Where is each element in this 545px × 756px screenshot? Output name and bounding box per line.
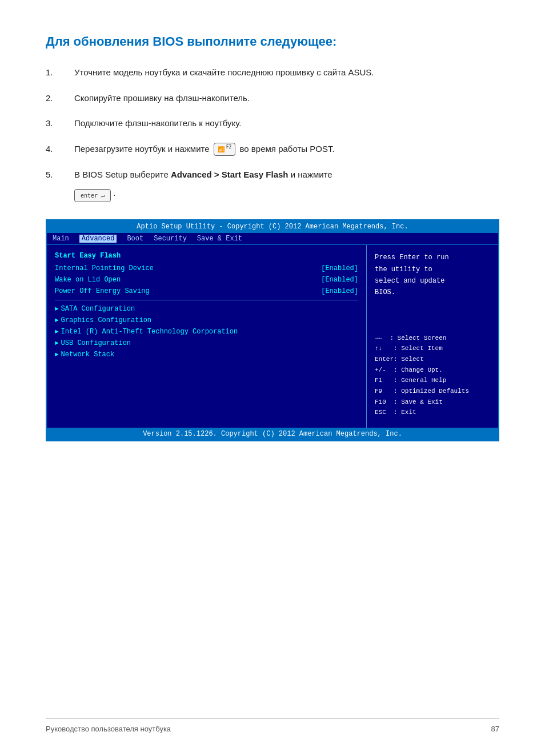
bios-left-panel: Start Easy Flash Internal Pointing Devic… xyxy=(47,245,367,428)
bios-footer: Version 2.15.1226. Copyright (C) 2012 Am… xyxy=(47,428,498,440)
bios-wake-lid-value: [Enabled] xyxy=(321,276,358,284)
bios-power-off-label: Power Off Energy Saving xyxy=(55,287,315,295)
page-content: Для обновления BIOS выполните следующее:… xyxy=(0,0,545,504)
bios-item-sata[interactable]: ► SATA Configuration xyxy=(55,305,358,313)
bios-intel-label: Intel (R) Anti-Theft Technology Corporat… xyxy=(61,328,358,336)
bios-body: Start Easy Flash Internal Pointing Devic… xyxy=(47,245,498,428)
step-2: 2. Скопируйте прошивку на флэш-накопител… xyxy=(46,92,499,105)
f2-key-badge: 📶 F2 xyxy=(214,143,236,155)
page-heading: Для обновления BIOS выполните следующее: xyxy=(46,34,499,49)
bios-wake-lid-label: Wake on Lid Open xyxy=(55,276,315,284)
enter-key-badge: enter ↵ xyxy=(74,189,111,202)
bios-separator-1 xyxy=(55,300,358,300)
step-5: 5. В BIOS Setup выберите Advanced > Star… xyxy=(46,168,499,203)
bios-keys: →← : Select Screen ↑↓ : Select Item Ente… xyxy=(375,333,490,419)
bios-arrow-intel: ► xyxy=(55,328,59,335)
step-1-text: Уточните модель ноутбука и скачайте посл… xyxy=(74,66,499,79)
steps-list: 1. Уточните модель ноутбука и скачайте п… xyxy=(46,66,499,202)
step-3: 3. Подключите флэш-накопитель к ноутбуку… xyxy=(46,117,499,130)
step-2-num: 2. xyxy=(46,92,74,105)
bios-key-esc: ESC : Exit xyxy=(375,407,490,418)
bios-item-intel-antitheft[interactable]: ► Intel (R) Anti-Theft Technology Corpor… xyxy=(55,328,358,336)
bios-key-f9: F9 : Optimized Defaults xyxy=(375,386,490,397)
step-4-num: 4. xyxy=(46,143,74,156)
bios-arrow-usb: ► xyxy=(55,340,59,347)
bios-item-wake-lid[interactable]: Wake on Lid Open [Enabled] xyxy=(55,276,358,284)
bios-pointing-device-label: Internal Pointing Device xyxy=(55,264,315,272)
wifi-icon: 📶 xyxy=(218,145,225,154)
bios-arrow-graphics: ► xyxy=(55,317,59,324)
bios-key-change: +/- : Change Opt. xyxy=(375,365,490,376)
bios-item-graphics[interactable]: ► Graphics Configuration xyxy=(55,316,358,324)
bios-menu-security[interactable]: Security xyxy=(154,235,187,243)
bios-item-start-easy-flash[interactable]: Start Easy Flash xyxy=(55,252,358,260)
bios-pointing-device-value: [Enabled] xyxy=(321,264,358,272)
bios-usb-label: USB Configuration xyxy=(61,339,358,347)
bios-key-select-screen: →← : Select Screen xyxy=(375,333,490,344)
step-4-text-after: во время работы POST. xyxy=(240,144,335,154)
step-2-text: Скопируйте прошивку на флэш-накопитель. xyxy=(74,92,499,105)
bios-menu-advanced[interactable]: Advanced xyxy=(79,235,117,243)
step-5-text: В BIOS Setup выберите Advanced > Start E… xyxy=(74,168,499,182)
bios-item-pointing-device[interactable]: Internal Pointing Device [Enabled] xyxy=(55,264,358,272)
bios-item-network-stack[interactable]: ► Network Stack xyxy=(55,351,358,359)
step-3-num: 3. xyxy=(46,117,74,130)
bios-network-label: Network Stack xyxy=(61,351,358,359)
bios-item-usb[interactable]: ► USB Configuration xyxy=(55,339,358,347)
step-1-num: 1. xyxy=(46,66,74,79)
bios-sata-label: SATA Configuration xyxy=(61,305,358,313)
step-4-text-before: Перезагрузите ноутбук и нажмите xyxy=(74,144,210,154)
bios-menu-save-exit[interactable]: Save & Exit xyxy=(197,235,242,243)
step-5-num: 5. xyxy=(46,168,74,182)
bios-arrow-network: ► xyxy=(55,351,59,358)
step-3-text: Подключите флэш-накопитель к ноутбуку. xyxy=(74,117,499,130)
bios-menu-boot[interactable]: Boot xyxy=(127,235,143,243)
step-4-text: Перезагрузите ноутбук и нажмите 📶 F2 во … xyxy=(74,143,499,156)
bios-key-f1: F1 : General Help xyxy=(375,375,490,386)
footer-left: Руководство пользователя ноутбука xyxy=(46,725,171,733)
bios-key-select-item: ↑↓ : Select Item xyxy=(375,343,490,354)
bios-menu-main[interactable]: Main xyxy=(53,235,69,243)
step-5-text-before: В BIOS Setup выберите xyxy=(74,170,169,179)
bios-power-off-value: [Enabled] xyxy=(321,287,358,295)
step-1: 1. Уточните модель ноутбука и скачайте п… xyxy=(46,66,499,79)
f2-label: F2 xyxy=(226,144,232,154)
bios-start-easy-flash-label: Start Easy Flash xyxy=(55,252,358,260)
bios-help-text: Press Enter to runthe utility toselect a… xyxy=(375,252,490,299)
bios-title-bar: Aptio Setup Utility - Copyright (C) 2012… xyxy=(47,220,498,233)
enter-label: enter ↵ xyxy=(81,191,105,200)
step-5-bold: Advanced > Start Easy Flash xyxy=(171,170,288,179)
step-5-text-after: и нажмите xyxy=(291,170,332,179)
bios-screen: Aptio Setup Utility - Copyright (C) 2012… xyxy=(46,219,499,441)
period: . xyxy=(113,188,115,198)
step-4: 4. Перезагрузите ноутбук и нажмите 📶 F2 … xyxy=(46,143,499,156)
footer-right: 87 xyxy=(491,725,499,733)
bios-item-power-off[interactable]: Power Off Energy Saving [Enabled] xyxy=(55,287,358,295)
bios-menu-bar: Main Advanced Boot Security Save & Exit xyxy=(47,233,498,245)
bios-key-enter: Enter: Select xyxy=(375,354,490,365)
bios-key-f10: F10 : Save & Exit xyxy=(375,397,490,408)
bios-graphics-label: Graphics Configuration xyxy=(61,316,358,324)
page-footer: Руководство пользователя ноутбука 87 xyxy=(46,718,499,733)
bios-right-panel: Press Enter to runthe utility toselect a… xyxy=(367,245,498,428)
bios-arrow-sata: ► xyxy=(55,305,59,312)
